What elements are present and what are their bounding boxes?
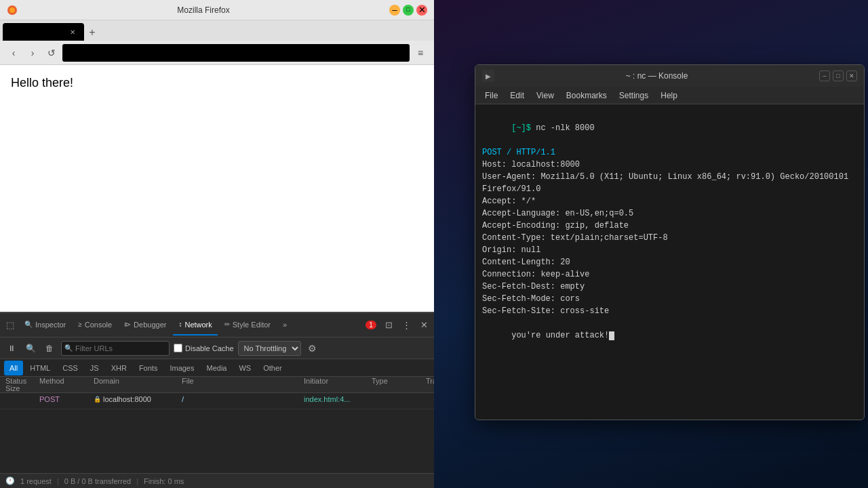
- filter-wrapper: 🔍: [61, 341, 170, 356]
- status-sep-2: |: [136, 477, 138, 485]
- cell-method: POST: [37, 395, 91, 403]
- col-domain[interactable]: Domain: [91, 377, 179, 385]
- network-icon: ↕: [178, 321, 182, 328]
- search-network-button[interactable]: 🔍: [23, 341, 38, 356]
- tab-close-button[interactable]: ✕: [68, 27, 77, 37]
- terminal-menu-bookmarks[interactable]: Bookmarks: [561, 89, 612, 102]
- reload-button[interactable]: ↺: [43, 45, 60, 61]
- throttling-select[interactable]: No Throttling GPRS Regular 2G Good 2G Re…: [238, 341, 301, 356]
- terminal-menu-settings[interactable]: Settings: [614, 89, 654, 102]
- terminal-title: ~ : nc — Konsole: [500, 71, 814, 81]
- terminal-output-line-9: Connection: keep-alive: [482, 268, 857, 281]
- tab-more[interactable]: »: [277, 315, 292, 336]
- terminal-output-line-10: Sec-Fetch-Dest: empty: [482, 281, 857, 293]
- filter-tab-media[interactable]: Media: [201, 361, 232, 375]
- disable-cache-checkbox[interactable]: [174, 344, 182, 352]
- devtools-overflow-button[interactable]: ⋮: [399, 318, 414, 333]
- terminal-prompt-line: [~]$ nc -nlk 8000: [482, 110, 857, 146]
- url-input[interactable]: [62, 44, 410, 62]
- terminal-close-button[interactable]: ✕: [846, 70, 857, 81]
- debugger-icon: ⧐: [124, 321, 131, 328]
- status-sep-1: |: [57, 477, 59, 485]
- terminal-menu-edit[interactable]: Edit: [505, 89, 530, 102]
- terminal-menu-file[interactable]: File: [479, 89, 503, 102]
- tab-console[interactable]: ≥ Console: [73, 315, 117, 336]
- firefox-icon: [7, 5, 18, 16]
- navbar: ‹ › ↺ ≡: [0, 41, 434, 65]
- terminal-output-line-3: Accept: */*: [482, 195, 857, 207]
- devtools-panel: ⬚ 🔍 Inspector ≥ Console ⧐ Debugger ↕ Net…: [0, 312, 434, 488]
- style-editor-icon: ✏: [224, 321, 230, 328]
- disable-cache-label[interactable]: Disable Cache: [174, 344, 234, 352]
- filter-tab-all[interactable]: All: [4, 361, 23, 375]
- cell-domain: 🔒 localhost:8000: [91, 395, 179, 403]
- browser-tab[interactable]: ✕: [3, 23, 84, 41]
- table-row[interactable]: POST 🔒 localhost:8000 / index.html:4...: [0, 393, 434, 409]
- terminal-output-line-12: Sec-Fetch-Site: cross-site: [482, 305, 857, 317]
- col-initiator[interactable]: Initiator: [301, 377, 369, 385]
- terminal-command: nc -nlk 8000: [536, 123, 594, 133]
- col-type[interactable]: Type: [369, 377, 423, 385]
- terminal-menu-view[interactable]: View: [531, 89, 559, 102]
- filter-tab-other[interactable]: Other: [258, 361, 288, 375]
- minimize-button[interactable]: –: [389, 5, 400, 16]
- terminal-output-line-4: Accept-Language: en-US,en;q=0.5: [482, 207, 857, 220]
- terminal-output-line-11: Sec-Fetch-Mode: cors: [482, 293, 857, 305]
- cell-file: /: [179, 395, 301, 403]
- tabbar: ✕ +: [0, 20, 434, 41]
- filter-tab-js[interactable]: JS: [85, 361, 104, 375]
- page-text: Hello there!: [11, 76, 423, 90]
- filter-urls-input[interactable]: [61, 341, 170, 356]
- menu-button[interactable]: ≡: [412, 45, 429, 61]
- tab-style-editor[interactable]: ✏ Style Editor: [219, 315, 276, 336]
- terminal-titlebar: ▶ ~ : nc — Konsole – □ ✕: [475, 65, 864, 87]
- table-header: Status Method Domain File Initiator Type…: [0, 377, 434, 393]
- status-clock-icon: 🕐: [5, 476, 15, 485]
- devtools-toolbar: ⬚ 🔍 Inspector ≥ Console ⧐ Debugger ↕ Net…: [0, 313, 434, 338]
- pause-recording-button[interactable]: ⏸: [4, 341, 19, 356]
- terminal-prompt: [~]$: [511, 123, 536, 133]
- tab-inspector[interactable]: 🔍 Inspector: [19, 315, 71, 336]
- error-badge-button[interactable]: 1: [363, 318, 378, 333]
- status-finish: Finish: 0 ms: [144, 477, 184, 485]
- devtools-close-button[interactable]: ✕: [416, 318, 431, 333]
- col-method[interactable]: Method: [37, 377, 91, 385]
- col-transferred[interactable]: Transferred: [423, 377, 434, 385]
- terminal-menubar: File Edit View Bookmarks Settings Help: [475, 87, 864, 104]
- terminal-maximize-button[interactable]: □: [833, 70, 844, 81]
- terminal-output-line-6: Content-Type: text/plain;charset=UTF-8: [482, 232, 857, 244]
- lock-icon: 🔒: [94, 396, 101, 403]
- col-file[interactable]: File: [179, 377, 301, 385]
- forward-button[interactable]: ›: [24, 45, 41, 61]
- tab-debugger[interactable]: ⧐ Debugger: [119, 315, 172, 336]
- cell-initiator: index.html:4...: [301, 395, 369, 403]
- filter-tab-css[interactable]: CSS: [57, 361, 83, 375]
- clear-network-button[interactable]: 🗑: [42, 341, 57, 356]
- close-button[interactable]: ✕: [416, 5, 427, 16]
- filter-tab-fonts[interactable]: Fonts: [134, 361, 163, 375]
- titlebar-title: Mozilla Firefox: [23, 5, 384, 15]
- network-settings-button[interactable]: ⚙: [305, 341, 320, 356]
- terminal-minimize-button[interactable]: –: [819, 70, 830, 81]
- restore-button[interactable]: □: [403, 5, 414, 16]
- browser-window: Mozilla Firefox – □ ✕ ✕ + ‹ › ↺ ≡ Hello …: [0, 0, 434, 488]
- terminal-content[interactable]: [~]$ nc -nlk 8000 POST / HTTP/1.1 Host: …: [475, 104, 864, 420]
- terminal-menu-help[interactable]: Help: [655, 89, 683, 102]
- col-status[interactable]: Status: [3, 377, 37, 385]
- terminal-output-line-2: User-Agent: Mozilla/5.0 (X11; Ubuntu; Li…: [482, 171, 857, 195]
- pick-element-button[interactable]: ⬚: [3, 318, 18, 333]
- terminal-output-line-1: Host: localhost:8000: [482, 159, 857, 171]
- status-transferred: 0 B / 0 B transferred: [64, 477, 131, 485]
- titlebar: Mozilla Firefox – □ ✕: [0, 0, 434, 20]
- svg-point-1: [9, 7, 15, 13]
- filter-tab-xhr[interactable]: XHR: [106, 361, 132, 375]
- col-size[interactable]: Size: [3, 384, 37, 392]
- frames-button[interactable]: ⊡: [381, 318, 396, 333]
- filter-tab-images[interactable]: Images: [164, 361, 199, 375]
- filter-tab-html[interactable]: HTML: [24, 361, 56, 375]
- new-tab-button[interactable]: +: [84, 24, 100, 41]
- status-requests: 1 request: [20, 477, 52, 485]
- tab-network[interactable]: ↕ Network: [173, 315, 217, 336]
- filter-tab-ws[interactable]: WS: [233, 361, 256, 375]
- back-button[interactable]: ‹: [5, 45, 22, 61]
